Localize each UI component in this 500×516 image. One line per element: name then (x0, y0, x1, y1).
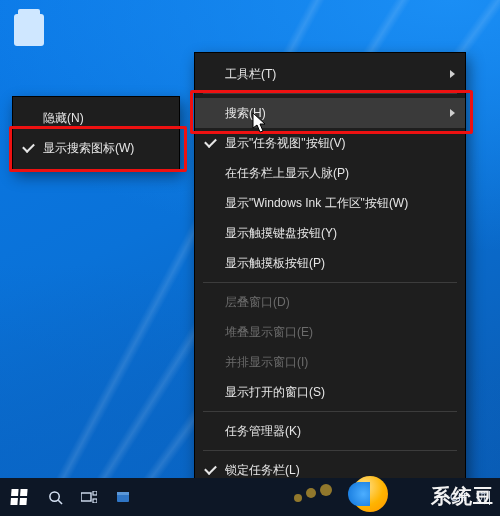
submenu-item-show-search-icon[interactable]: 显示搜索图标(W) (13, 133, 179, 163)
menu-item-label: 显示"任务视图"按钮(V) (225, 135, 346, 152)
taskbar[interactable]: CH 拼 (0, 478, 500, 516)
menu-item-people[interactable]: 在任务栏上显示人脉(P) (195, 158, 465, 188)
menu-item-label: 层叠窗口(D) (225, 294, 290, 311)
menu-separator (203, 411, 457, 412)
menu-item-search[interactable]: 搜索(H) (195, 98, 465, 128)
svg-rect-2 (81, 493, 91, 501)
menu-item-task-manager[interactable]: 任务管理器(K) (195, 416, 465, 446)
submenu-item-label: 隐藏(N) (43, 110, 84, 127)
menu-item-toolbars[interactable]: 工具栏(T) (195, 59, 465, 89)
menu-item-label: 并排显示窗口(I) (225, 354, 308, 371)
menu-item-show-open-windows[interactable]: 显示打开的窗口(S) (195, 377, 465, 407)
menu-item-label: 工具栏(T) (225, 66, 276, 83)
ime-mode[interactable]: 拼 (476, 489, 490, 504)
menu-separator (203, 450, 457, 451)
ime-language[interactable]: CH (450, 491, 466, 503)
menu-item-label: 显示"Windows Ink 工作区"按钮(W) (225, 195, 408, 212)
submenu-item-label: 显示搜索图标(W) (43, 140, 134, 157)
task-view-icon[interactable] (72, 478, 106, 516)
menu-item-label: 在任务栏上显示人脉(P) (225, 165, 349, 182)
pinned-app-icon[interactable] (106, 478, 140, 516)
menu-item-cascade: 层叠窗口(D) (195, 287, 465, 317)
system-tray[interactable]: CH 拼 (450, 489, 500, 504)
start-button[interactable] (0, 478, 38, 516)
menu-item-touchpad[interactable]: 显示触摸板按钮(P) (195, 248, 465, 278)
menu-separator (203, 93, 457, 94)
search-icon[interactable] (38, 478, 72, 516)
menu-item-ink-workspace[interactable]: 显示"Windows Ink 工作区"按钮(W) (195, 188, 465, 218)
menu-item-label: 堆叠显示窗口(E) (225, 324, 313, 341)
menu-item-label: 搜索(H) (225, 105, 266, 122)
menu-item-task-view[interactable]: 显示"任务视图"按钮(V) (195, 128, 465, 158)
menu-item-stack: 堆叠显示窗口(E) (195, 317, 465, 347)
menu-item-label: 显示打开的窗口(S) (225, 384, 325, 401)
search-submenu: 隐藏(N) 显示搜索图标(W) (12, 96, 180, 170)
recycle-bin[interactable] (6, 14, 52, 48)
windows-logo-icon (10, 489, 27, 505)
taskbar-context-menu: 工具栏(T) 搜索(H) 显示"任务视图"按钮(V) 在任务栏上显示人脉(P) … (194, 52, 466, 516)
menu-item-label: 锁定任务栏(L) (225, 462, 300, 479)
svg-rect-4 (93, 499, 97, 503)
menu-item-label: 任务管理器(K) (225, 423, 301, 440)
submenu-item-hide[interactable]: 隐藏(N) (13, 103, 179, 133)
menu-item-touch-keyboard[interactable]: 显示触摸键盘按钮(Y) (195, 218, 465, 248)
svg-point-0 (49, 491, 58, 500)
svg-rect-6 (117, 492, 129, 495)
menu-item-label: 显示触摸键盘按钮(Y) (225, 225, 337, 242)
menu-item-label: 显示触摸板按钮(P) (225, 255, 325, 272)
svg-line-1 (58, 500, 62, 504)
svg-rect-3 (93, 491, 97, 495)
recycle-bin-icon (14, 14, 44, 46)
menu-item-side-by-side: 并排显示窗口(I) (195, 347, 465, 377)
menu-separator (203, 282, 457, 283)
